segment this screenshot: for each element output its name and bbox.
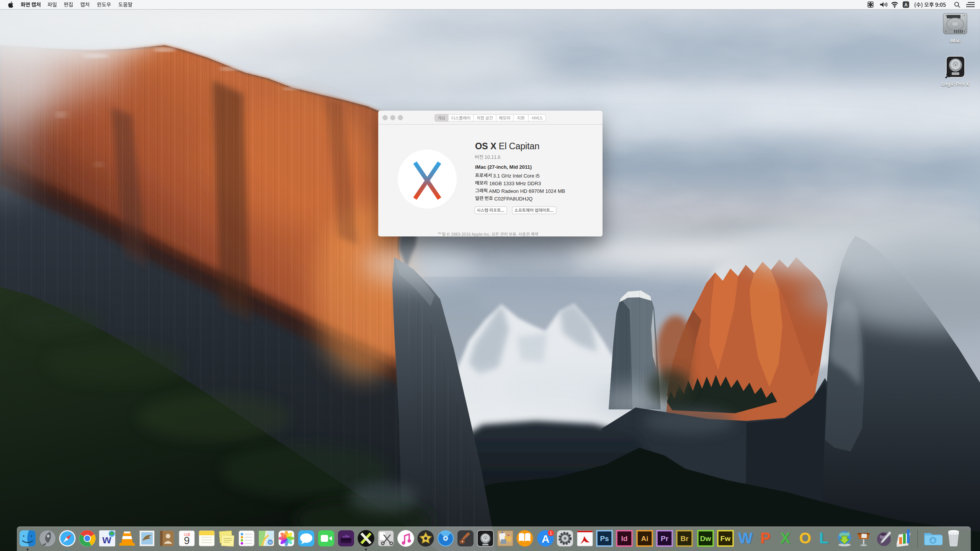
svg-text:Fw: Fw	[720, 535, 731, 543]
svg-text:W: W	[738, 530, 753, 546]
svg-text:Dw: Dw	[700, 535, 711, 543]
svg-text:A: A	[904, 2, 908, 8]
svg-text:X: X	[780, 530, 791, 546]
svg-text:Ps: Ps	[600, 535, 609, 543]
svg-text:Pr: Pr	[661, 535, 669, 543]
svg-text:L: L	[819, 530, 828, 546]
svg-text:9: 9	[184, 535, 189, 546]
svg-text:Ai: Ai	[641, 535, 648, 543]
svg-text:1: 1	[550, 531, 552, 535]
svg-text:P: P	[760, 530, 771, 546]
svg-text:Id: Id	[621, 535, 628, 543]
svg-text:3D: 3D	[269, 541, 272, 544]
svg-text:A: A	[542, 533, 549, 545]
svg-text:O: O	[799, 530, 811, 546]
svg-text:Br: Br	[680, 535, 689, 543]
